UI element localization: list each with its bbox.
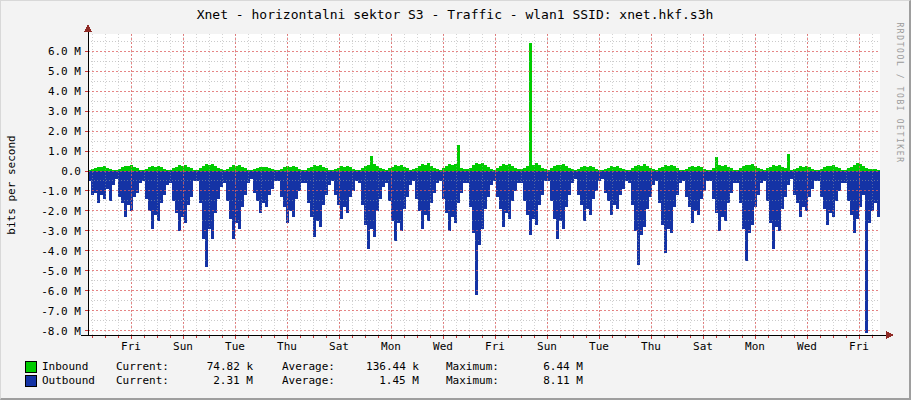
outbound-bar: [811, 171, 814, 189]
y-axis-tick-label: 3.0 M: [1, 105, 81, 118]
inbound-bar: [541, 168, 544, 171]
inbound-bar: [661, 167, 664, 171]
outbound-bar: [460, 171, 463, 193]
x-axis-tick-label: Sun: [537, 340, 557, 353]
outbound-bar: [328, 171, 331, 185]
inbound-bar: [187, 167, 190, 171]
inbound-bar: [808, 167, 811, 171]
inbound-bar: [802, 167, 805, 171]
outbound-bar: [670, 171, 673, 233]
x-axis-tick-label: Fri: [849, 340, 869, 353]
outbound-bar: [592, 171, 595, 199]
inbound-bar: [529, 43, 532, 171]
inbound-bar: [448, 164, 451, 171]
inbound-bar: [565, 166, 568, 171]
outbound-bar: [484, 171, 487, 209]
inbound-bar: [316, 166, 319, 171]
outbound-bar: [604, 171, 607, 193]
outbound-bar: [709, 171, 712, 181]
inbound-bar: [580, 167, 583, 171]
x-axis-tick-label: Sat: [329, 340, 349, 353]
inbound-bar: [238, 165, 241, 171]
inbound-bar: [202, 166, 205, 171]
inbound-bar: [787, 154, 790, 171]
inbound-bar: [613, 167, 616, 171]
inbound-bar: [697, 166, 700, 171]
outbound-bar: [769, 171, 772, 223]
y-axis-tick-label: -6.0 M: [1, 285, 81, 298]
outbound-bar: [667, 171, 670, 229]
outbound-bar: [487, 171, 490, 197]
outbound-bar: [745, 171, 748, 261]
outbound-bar: [124, 171, 127, 217]
inbound-bar: [643, 164, 646, 171]
inbound-bar: [715, 157, 718, 171]
outbound-bar: [370, 171, 373, 229]
x-axis-tick-label: Tue: [225, 340, 245, 353]
inbound-bar: [727, 167, 730, 171]
outbound-bar: [109, 171, 112, 201]
x-axis-arrow-icon: [886, 331, 894, 339]
outbound-bar: [853, 171, 856, 233]
outbound-bar: [277, 171, 280, 181]
inbound-bar: [769, 167, 772, 171]
inbound-bar: [535, 163, 538, 171]
outbound-bar: [847, 171, 850, 201]
inbound-bar: [775, 166, 778, 171]
outbound-bar: [655, 171, 658, 181]
outbound-bar: [424, 171, 427, 215]
outbound-bar: [406, 171, 409, 197]
inbound-bar: [781, 167, 784, 171]
current-value: 2.31 M: [169, 374, 253, 388]
inbound-bar: [718, 165, 721, 171]
y-axis-tick-label: -5.0 M: [1, 265, 81, 278]
outbound-bar: [589, 171, 592, 215]
y-axis-tick-label: 6.0 M: [1, 45, 81, 58]
outbound-bar: [433, 171, 436, 193]
current-label: Current:: [116, 360, 169, 374]
inbound-bar: [154, 167, 157, 171]
inbound-bar: [241, 167, 244, 171]
outbound-bar: [799, 171, 802, 217]
legend-row-inbound: Inbound Current: 74.82 k Average: 136.44…: [25, 360, 583, 374]
inbound-bar: [796, 168, 799, 171]
inbound-bar: [97, 167, 100, 171]
outbound-bar: [823, 171, 826, 209]
outbound-bar: [658, 171, 661, 203]
outbound-bar: [253, 171, 256, 193]
inbound-bar: [502, 164, 505, 171]
inbound-bar: [265, 167, 268, 171]
outbound-bar: [496, 171, 499, 197]
outbound-bar: [616, 171, 619, 209]
outbound-bar: [814, 171, 817, 181]
inbound-bar: [646, 166, 649, 171]
outbound-bar: [97, 171, 100, 203]
inbound-bar: [673, 166, 676, 171]
outbound-bar: [127, 171, 130, 205]
outbound-bar: [340, 171, 343, 219]
outbound-bar: [439, 171, 442, 181]
outbound-bar: [502, 171, 505, 227]
outbound-bar: [691, 171, 694, 223]
outbound-bar: [826, 171, 829, 225]
outbound-bar: [607, 171, 610, 201]
inbound-bar: [823, 167, 826, 171]
inbound-bar: [259, 167, 262, 171]
y-axis-title: bits per second: [5, 135, 18, 234]
outbound-bar: [754, 171, 757, 207]
outbound-bar: [562, 171, 565, 229]
x-axis-tick-label: Sat: [693, 340, 713, 353]
inbound-bar: [184, 165, 187, 171]
y-axis-tick-label: 5.0 M: [1, 65, 81, 78]
outbound-bar: [565, 171, 568, 207]
legend-row-outbound: Outbound Current: 2.31 M Average: 1.45 M…: [25, 374, 583, 388]
inbound-color-swatch-icon: [25, 361, 37, 373]
outbound-bar: [361, 171, 364, 205]
outbound-bar: [490, 171, 493, 185]
y-axis-tick-label: -4.0 M: [1, 245, 81, 258]
inbound-bar: [292, 166, 295, 171]
outbound-bar: [94, 171, 97, 193]
outbound-bar: [190, 171, 193, 197]
outbound-bar: [187, 171, 190, 205]
outbound-bar: [790, 171, 793, 179]
